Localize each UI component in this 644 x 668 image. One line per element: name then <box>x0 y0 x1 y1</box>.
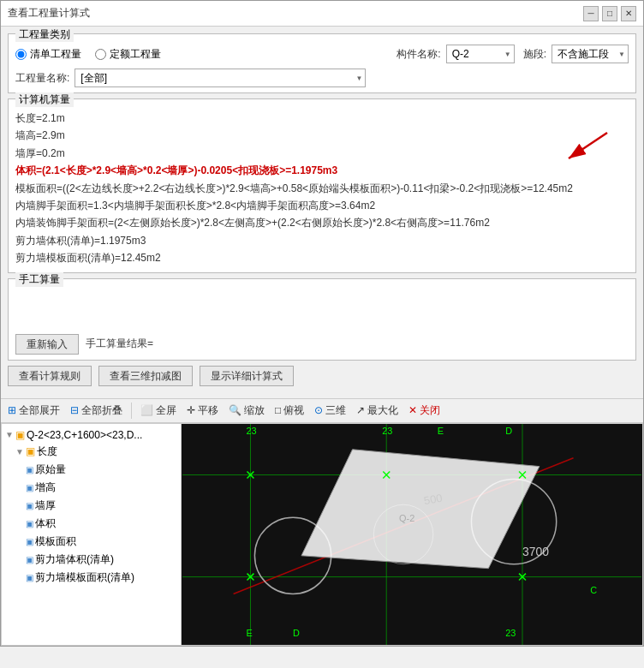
expand-all-label: 全部展开 <box>19 403 60 418</box>
calc-line-5: 内墙脚手架面积=1.3<内墙脚手架面积长度>*2.8<内墙脚手架面积高度>=3.… <box>15 197 629 214</box>
calc-line-7: 剪力墙体积(清单)=1.1975m3 <box>15 232 629 249</box>
maximize-label: 最大化 <box>367 403 398 418</box>
tree-item-1[interactable]: ▼ ▣ 长度 <box>2 443 181 461</box>
stage-select[interactable]: 不含施工段 <box>552 45 629 63</box>
expand-icon: ⊞ <box>8 404 16 416</box>
tree-expand-icon-1: ▼ <box>15 447 24 456</box>
quantity-name-select[interactable]: [全部] <box>75 69 366 87</box>
calc-line-4: 模板面积=((2<左边线长度>+2.2<右边线长度>)*2.9<墙高>+0.58… <box>15 180 629 197</box>
tree-item-label-6: 模板面积 <box>35 534 76 549</box>
close-view-label: 关闭 <box>420 403 440 418</box>
threed-icon: ⊙ <box>314 404 323 416</box>
calc-line-1: 墙高=2.9m <box>15 127 629 144</box>
component-name-row: 构件名称: Q-2 <box>397 45 514 63</box>
tree-item-5[interactable]: ▣ 体积 <box>2 515 181 533</box>
bottom-toolbar: ⊞ 全部展开 ⊟ 全部折叠 ⬜ 全屏 ✛ 平移 🔍 缩放 □ <box>1 398 643 423</box>
overview-label: 俯视 <box>283 403 304 418</box>
calc-line-6: 内墙装饰脚手架面积=(2<左侧原始长度>)*2.8<左侧高度>+(2.2<右侧原… <box>15 214 629 231</box>
tree-item-7[interactable]: ▣ 剪力墙体积(清单) <box>2 551 181 569</box>
calc-line-8: 剪力墙模板面积(清单)=12.45m2 <box>15 249 629 266</box>
svg-text:E: E <box>438 425 444 435</box>
tree-item-label-0: Q-2<23,C+1600><23,D... <box>27 429 142 441</box>
component-name-label: 构件名称: <box>397 47 440 62</box>
computer-calc-label: 计算机算量 <box>15 92 74 107</box>
manual-bottom-row: 重新输入 手工算量结果= <box>15 334 629 355</box>
window-controls: ─ □ ✕ <box>583 6 636 21</box>
tree-item-6[interactable]: ▣ 模板面积 <box>2 533 181 551</box>
radio-quota-input[interactable] <box>95 49 106 60</box>
radio-bill[interactable]: 清单工程量 <box>15 47 81 62</box>
tree-folder-icon-1: ▣ <box>26 445 35 457</box>
tree-item-0[interactable]: ▼ ▣ Q-2<23,C+1600><23,D... <box>2 427 181 443</box>
tree-folder-icon-0: ▣ <box>15 429 25 441</box>
view-3d-button[interactable]: 查看三维扣减图 <box>98 366 193 386</box>
manual-calc-group: 手工算量 重新输入 手工算量结果= <box>8 278 636 361</box>
calc-line-3: 体积=(2.1<长度>*2.9<墙高>*0.2<墙厚>)-0.0205<扣现浇板… <box>15 162 629 179</box>
manual-area <box>15 286 629 329</box>
fullscreen-label: 全屏 <box>156 403 176 418</box>
main-bottom-panel: ▼ ▣ Q-2<23,C+1600><23,D... ▼ ▣ 长度 ▣ 原始量 … <box>1 423 643 646</box>
show-detail-button[interactable]: 显示详细计算式 <box>200 366 294 386</box>
collapse-all-button[interactable]: ⊟ 全部折叠 <box>69 403 124 419</box>
view-rules-button[interactable]: 查看计算规则 <box>8 366 92 386</box>
tree-doc-icon-7: ▣ <box>26 555 33 564</box>
toolbar-view-controls: ⬜ 全屏 ✛ 平移 🔍 缩放 □ 俯视 ⊙ 三维 ↗ 最大化 <box>139 403 442 419</box>
reinput-button[interactable]: 重新输入 <box>15 334 79 355</box>
calc-line-0: 长度=2.1m <box>15 110 629 127</box>
component-name-select[interactable]: Q-2 <box>446 45 515 63</box>
zoom-label: 缩放 <box>244 403 265 418</box>
stage-select-wrap: 不含施工段 <box>552 45 629 63</box>
canvas-panel: 23 23 E D 500 3700 Q-2 E D 23 C <box>182 424 642 645</box>
close-button[interactable]: ✕ <box>621 6 636 21</box>
svg-marker-11 <box>301 449 540 568</box>
engineering-type-group: 工程量类别 清单工程量 定额工程量 构件名称: <box>8 33 636 93</box>
tree-item-label-1: 长度 <box>37 444 57 459</box>
svg-line-1 <box>569 133 607 158</box>
overview-button[interactable]: □ 俯视 <box>273 403 306 419</box>
maximize-icon: ↗ <box>356 404 365 416</box>
svg-text:Q-2: Q-2 <box>399 513 414 523</box>
svg-text:D: D <box>505 425 512 435</box>
quantity-name-label: 工程量名称: <box>15 71 69 86</box>
pan-button[interactable]: ✛ 平移 <box>185 403 220 419</box>
tree-item-label-2: 原始量 <box>35 462 66 477</box>
overview-icon: □ <box>275 404 281 416</box>
threed-button[interactable]: ⊙ 三维 <box>313 403 348 419</box>
zoom-icon: 🔍 <box>229 404 242 416</box>
maximize-button[interactable]: ↗ 最大化 <box>355 403 400 419</box>
manual-calc-label: 手工算量 <box>15 272 63 287</box>
engineering-type-radios: 清单工程量 定额工程量 <box>15 47 161 62</box>
tree-item-label-3: 增高 <box>35 480 56 495</box>
expand-all-button[interactable]: ⊞ 全部展开 <box>6 403 62 419</box>
close-view-icon: ✕ <box>408 404 417 416</box>
minimize-button[interactable]: ─ <box>583 6 599 21</box>
red-arrow-icon <box>543 128 611 171</box>
zoom-button[interactable]: 🔍 缩放 <box>227 403 266 419</box>
svg-text:D: D <box>293 628 300 638</box>
close-view-button[interactable]: ✕ 关闭 <box>407 403 442 419</box>
tree-doc-icon-3: ▣ <box>26 483 33 492</box>
svg-text:23: 23 <box>382 425 392 435</box>
svg-text:3700: 3700 <box>522 544 549 558</box>
tree-item-label-7: 剪力墙体积(清单) <box>35 552 114 567</box>
tree-panel: ▼ ▣ Q-2<23,C+1600><23,D... ▼ ▣ 长度 ▣ 原始量 … <box>2 424 182 645</box>
fullscreen-button[interactable]: ⬜ 全屏 <box>139 403 178 419</box>
stage-row: 施段: 不含施工段 <box>523 45 629 63</box>
tree-item-2[interactable]: ▣ 原始量 <box>2 461 181 479</box>
svg-text:23: 23 <box>247 425 257 435</box>
restore-button[interactable]: □ <box>602 6 617 21</box>
tree-item-label-8: 剪力墙模板面积(清单) <box>35 570 134 585</box>
pan-label: 平移 <box>198 403 218 418</box>
tree-doc-icon-2: ▣ <box>26 465 33 474</box>
fullscreen-icon: ⬜ <box>140 404 153 416</box>
tree-item-8[interactable]: ▣ 剪力墙模板面积(清单) <box>2 569 181 587</box>
threed-label: 三维 <box>325 403 346 418</box>
tree-doc-icon-5: ▣ <box>26 519 33 528</box>
main-window: 查看工程量计算式 ─ □ ✕ 工程量类别 清单工程量 定额工程量 <box>0 0 644 647</box>
tree-item-4[interactable]: ▣ 墙厚 <box>2 497 181 515</box>
radio-bill-input[interactable] <box>15 49 27 60</box>
tree-doc-icon-6: ▣ <box>26 537 33 546</box>
radio-quota[interactable]: 定额工程量 <box>95 47 161 62</box>
calc-line-2: 墙厚=0.2m <box>15 145 629 162</box>
tree-item-3[interactable]: ▣ 增高 <box>2 479 181 497</box>
